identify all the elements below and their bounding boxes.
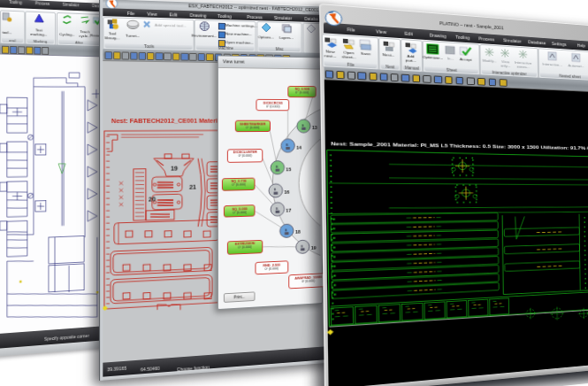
svg-text:Nest: Sample_2001 Material: P: Nest: Sample_2001 Material: PI_MS L5 Thi… xyxy=(331,141,588,151)
svg-text:15: 15 xyxy=(286,166,293,171)
svg-text:14: 14 xyxy=(296,144,302,149)
svg-text:B: B xyxy=(276,165,279,169)
svg-text:B: B xyxy=(276,206,279,211)
svg-text:20: 20 xyxy=(149,196,156,204)
svg-text:21: 21 xyxy=(189,183,196,190)
svg-text:19: 19 xyxy=(311,245,317,251)
svg-text:Nest: FABTECH2012_CE001 Mater: Nest: FABTECH2012_CE001 Material: xyxy=(111,117,225,125)
svg-text:19: 19 xyxy=(171,165,178,172)
svg-text:17: 17 xyxy=(286,208,292,213)
svg-text:B: B xyxy=(285,228,287,232)
svg-text:B: B xyxy=(274,188,277,192)
svg-text:16: 16 xyxy=(285,189,291,195)
svg-text:13: 13 xyxy=(312,125,317,129)
svg-text:B: B xyxy=(286,143,289,147)
svg-text:B: B xyxy=(302,123,304,127)
svg-text:B: B xyxy=(301,243,303,248)
svg-text:18: 18 xyxy=(295,229,302,235)
